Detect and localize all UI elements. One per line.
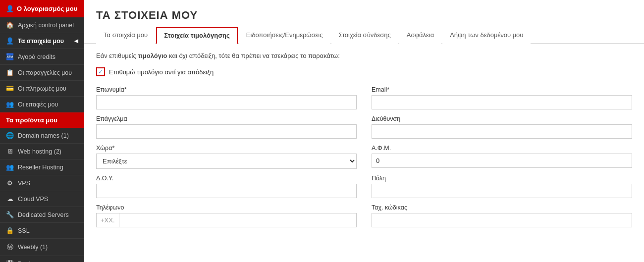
last-name-label: Επωνυμία* <box>96 86 357 93</box>
afm-input[interactable] <box>372 154 632 168</box>
sidebar-item-label: Reseller Hosting <box>18 164 63 171</box>
postal-input[interactable] <box>372 213 632 227</box>
phone-row: +ΧΧ. <box>96 213 357 227</box>
invoice-checkbox-label[interactable]: Επιθυμώ τιμολόγιο αντί για απόδειξη <box>109 68 214 76</box>
form-group-profession: Επάγγελμα <box>96 115 357 139</box>
globe-icon: 🌐 <box>6 132 14 139</box>
reseller-icon: 👥 <box>6 163 14 171</box>
sidebar-item-domain-names[interactable]: 🌐 Domain names (1) <box>0 128 84 144</box>
tab-content: Εάν επιθυμείς τιμολόγιο και όχι απόδειξη… <box>84 44 644 262</box>
tab-my-details[interactable]: Τα στοιχεία μου <box>96 27 155 44</box>
sidebar-item-label: Web hosting (2) <box>18 148 61 155</box>
sidebar-item-my-details[interactable]: 👤 Τα στοιχεία μου ◀ <box>0 33 84 49</box>
phone-label: Τηλέφωνο <box>96 204 357 211</box>
sidebar-item-payments[interactable]: 💳 Οι πληρωμές μου <box>0 81 84 97</box>
sidebar-item-label: Backup <box>18 261 39 262</box>
form-group-email: Email* <box>372 86 632 109</box>
person-icon: 👤 <box>6 37 14 45</box>
afm-label: Α.Φ.Μ. <box>372 145 632 152</box>
form-group-address: Διεύθυνση <box>372 115 632 139</box>
contacts-icon: 👥 <box>6 101 14 108</box>
sidebar-item-reseller-hosting[interactable]: 👥 Reseller Hosting <box>0 159 84 175</box>
page-title: ΤΑ ΣΤΟΙΧΕΙΑ ΜΟΥ <box>84 0 644 27</box>
form-group-doy: Δ.Ο.Υ. <box>96 175 357 198</box>
check-icon: ✓ <box>98 68 103 75</box>
invoice-checkbox[interactable]: ✓ <box>96 67 105 76</box>
sidebar-item-label: Οι παραγγελίες μου <box>18 69 72 76</box>
profession-input[interactable] <box>96 124 357 139</box>
sidebar-item-control-panel[interactable]: 🏠 Αρχική control panel <box>0 17 84 33</box>
phone-input[interactable] <box>119 213 357 227</box>
sidebar-item-vps[interactable]: ⚙ VPS <box>0 175 84 191</box>
last-name-input[interactable] <box>96 95 357 109</box>
payments-icon: 💳 <box>6 85 14 92</box>
cloud-icon: ☁ <box>6 195 14 203</box>
sidebar-item-label: Dedicated Servers <box>18 211 69 218</box>
weebly-icon: Ⓦ <box>6 243 14 252</box>
email-input[interactable] <box>372 95 632 109</box>
address-input[interactable] <box>372 124 632 139</box>
sidebar-item-label: SSL <box>18 227 30 234</box>
profession-label: Επάγγελμα <box>96 115 357 122</box>
sidebar-header-label: Ο λογαριασμός μου <box>17 5 77 12</box>
sidebar-item-cloud-vps[interactable]: ☁ Cloud VPS <box>0 191 84 207</box>
tabs-bar: Τα στοιχεία μου Στοιχεία τιμολόγησης Ειδ… <box>84 27 644 44</box>
sidebar-item-label: Αρχική control panel <box>18 22 74 29</box>
sidebar-item-web-hosting[interactable]: 🖥 Web hosting (2) <box>0 144 84 159</box>
main-content: ΤΑ ΣΤΟΙΧΕΙΑ ΜΟΥ Τα στοιχεία μου Στοιχεία… <box>84 0 644 262</box>
form-group-postal: Ταχ. κώδικας <box>372 204 632 227</box>
orders-icon: 📋 <box>6 69 14 76</box>
sidebar-item-label: Cloud VPS <box>18 196 48 203</box>
sidebar-item-label: VPS <box>18 180 30 187</box>
form-group-afm: Α.Φ.Μ. <box>372 145 632 169</box>
credits-icon: 🏧 <box>6 53 14 60</box>
vps-icon: ⚙ <box>6 179 14 187</box>
sidebar-item-contacts[interactable]: 👥 Οι επαφές μου <box>0 97 84 112</box>
ssl-icon: 🔒 <box>6 227 14 234</box>
hosting-icon: 🖥 <box>6 148 14 155</box>
form-group-phone: Τηλέφωνο +ΧΧ. <box>96 204 357 227</box>
email-label: Email* <box>372 86 632 93</box>
sidebar-header[interactable]: 👤 Ο λογαριασμός μου <box>0 0 84 17</box>
form-group-country: Χώρα* Επιλέξτε <box>96 145 357 169</box>
home-icon: 🏠 <box>6 21 14 29</box>
sidebar-item-weebly[interactable]: Ⓦ Weebly (1) <box>0 239 84 256</box>
products-section-header: Τα προϊόντα μου <box>0 112 84 128</box>
sidebar-item-dedicated-servers[interactable]: 🔧 Dedicated Servers <box>0 207 84 223</box>
sidebar: 👤 Ο λογαριασμός μου 🏠 Αρχική control pan… <box>0 0 84 262</box>
sidebar-item-label: Weebly (1) <box>18 244 48 251</box>
doy-label: Δ.Ο.Υ. <box>96 175 357 182</box>
tab-security[interactable]: Ασφάλεια <box>399 27 441 44</box>
billing-form: Επωνυμία* Email* Επάγγελμα Διεύθυνση Χώρ… <box>96 86 632 227</box>
address-label: Διεύθυνση <box>372 115 632 122</box>
sidebar-item-label: Αγορά credits <box>18 53 55 60</box>
info-text: Εάν επιθυμείς τιμολόγιο και όχι απόδειξη… <box>96 52 632 59</box>
tab-billing-details[interactable]: Στοιχεία τιμολόγησης <box>156 27 238 44</box>
user-icon: 👤 <box>6 5 14 12</box>
country-label: Χώρα* <box>96 145 357 152</box>
sidebar-item-backup[interactable]: 💾 Backup <box>0 256 84 262</box>
sidebar-item-label: Οι επαφές μου <box>18 101 58 108</box>
tab-data-export[interactable]: Λήψη των δεδομένου μου <box>442 27 531 44</box>
sidebar-item-ssl[interactable]: 🔒 SSL <box>0 223 84 239</box>
form-group-last-name: Επωνυμία* <box>96 86 357 109</box>
sidebar-item-orders[interactable]: 📋 Οι παραγγελίες μου <box>0 65 84 81</box>
server-icon: 🔧 <box>6 211 14 218</box>
sidebar-item-buy-credits[interactable]: 🏧 Αγορά credits <box>0 49 84 65</box>
tab-notifications[interactable]: Ειδοποιήσεις/Ενημερώσεις <box>239 27 330 44</box>
tab-login-details[interactable]: Στοιχεία σύνδεσης <box>331 27 398 44</box>
backup-icon: 💾 <box>6 260 14 262</box>
sidebar-item-label: Οι πληρωμές μου <box>18 85 66 92</box>
arrow-icon: ◀ <box>74 38 78 44</box>
city-input[interactable] <box>372 184 632 198</box>
phone-prefix: +ΧΧ. <box>96 213 119 227</box>
doy-input[interactable] <box>96 184 357 198</box>
country-select[interactable]: Επιλέξτε <box>96 154 357 169</box>
sidebar-item-label: Domain names (1) <box>18 132 69 139</box>
sidebar-item-label: Τα στοιχεία μου <box>18 38 64 45</box>
form-group-city: Πόλη <box>372 175 632 198</box>
invoice-checkbox-row: ✓ Επιθυμώ τιμολόγιο αντί για απόδειξη <box>96 67 632 76</box>
postal-label: Ταχ. κώδικας <box>372 204 632 211</box>
city-label: Πόλη <box>372 175 632 182</box>
